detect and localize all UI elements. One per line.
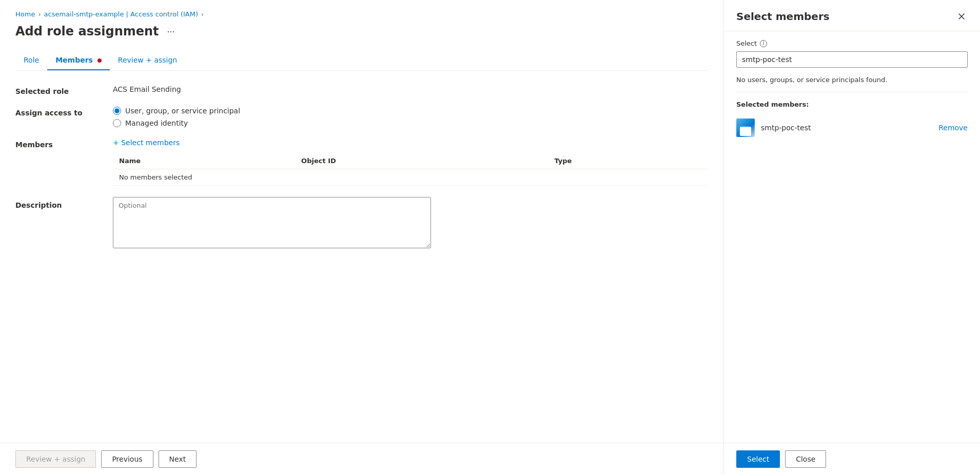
description-label: Description — [15, 197, 97, 209]
ellipsis-button[interactable]: ··· — [164, 25, 178, 38]
side-panel: Select members Select i No users, groups… — [723, 0, 980, 475]
radio-managed-identity-input[interactable] — [113, 119, 121, 127]
tab-role[interactable]: Role — [15, 51, 47, 70]
members-label: Members — [15, 138, 97, 149]
review-assign-button[interactable]: Review + assign — [15, 450, 96, 468]
radio-managed-identity-label: Managed identity — [125, 119, 188, 127]
next-button[interactable]: Next — [159, 450, 197, 468]
radio-managed-identity[interactable]: Managed identity — [113, 119, 708, 127]
tab-review-assign[interactable]: Review + assign — [110, 51, 185, 70]
assign-access-row: Assign access to User, group, or service… — [15, 107, 708, 127]
close-panel-button[interactable] — [955, 10, 968, 23]
remove-member-link[interactable]: Remove — [938, 124, 968, 132]
no-members-text: No members selected — [113, 169, 708, 186]
col-object-id: Object ID — [295, 153, 548, 169]
side-panel-footer: Select Close — [724, 443, 980, 475]
tabs-container: Role Members Review + assign — [15, 51, 708, 71]
breadcrumb-resource[interactable]: acsemail-smtp-example | Access control (… — [44, 10, 198, 18]
select-members-link[interactable]: + Select members — [113, 138, 180, 147]
previous-button[interactable]: Previous — [101, 450, 153, 468]
close-button[interactable]: Close — [785, 450, 826, 468]
assign-access-value: User, group, or service principal Manage… — [113, 107, 708, 127]
close-icon — [957, 12, 966, 21]
col-name: Name — [113, 153, 295, 169]
side-panel-header: Select members — [724, 0, 980, 31]
page-title: Add role assignment — [15, 24, 159, 38]
member-name: smtp-poc-test — [761, 124, 932, 132]
member-item: smtp-poc-test Remove — [736, 114, 968, 141]
side-panel-body: Select i No users, groups, or service pr… — [724, 31, 980, 443]
radio-user-group[interactable]: User, group, or service principal — [113, 107, 708, 115]
side-panel-title: Select members — [736, 10, 830, 23]
selected-role-row: Selected role ACS Email Sending — [15, 85, 708, 95]
info-icon: i — [760, 40, 767, 47]
breadcrumb: Home › acsemail-smtp-example | Access co… — [15, 10, 708, 18]
members-value: + Select members Name Object ID Type No … — [113, 138, 708, 186]
radio-user-group-label: User, group, or service principal — [125, 107, 240, 115]
radio-user-group-input[interactable] — [113, 107, 121, 115]
tab-members[interactable]: Members — [47, 51, 110, 70]
selected-role-value: ACS Email Sending — [113, 85, 708, 93]
no-results-message: No users, groups, or service principals … — [736, 76, 968, 84]
members-row: Members + Select members Name Object ID … — [15, 138, 708, 186]
table-row: No members selected — [113, 169, 708, 186]
main-footer: Review + assign Previous Next — [0, 443, 723, 475]
members-table: Name Object ID Type No members selected — [113, 153, 708, 186]
selected-members-section: Selected members: smtp-poc-test Remove — [736, 101, 968, 141]
breadcrumb-home[interactable]: Home — [15, 10, 35, 18]
select-button[interactable]: Select — [736, 450, 780, 468]
col-type: Type — [548, 153, 708, 169]
assign-access-label: Assign access to — [15, 107, 97, 117]
avatar — [736, 118, 755, 137]
search-input[interactable] — [736, 51, 968, 68]
radio-group: User, group, or service principal Manage… — [113, 107, 708, 127]
divider — [736, 92, 968, 92]
select-label: Select — [736, 39, 757, 47]
selected-role-label: Selected role — [15, 85, 97, 95]
description-input[interactable] — [113, 197, 431, 248]
selected-members-label: Selected members: — [736, 101, 968, 108]
description-row: Description — [15, 197, 708, 248]
members-dot-indicator — [97, 58, 102, 63]
select-label-row: Select i — [736, 39, 968, 47]
